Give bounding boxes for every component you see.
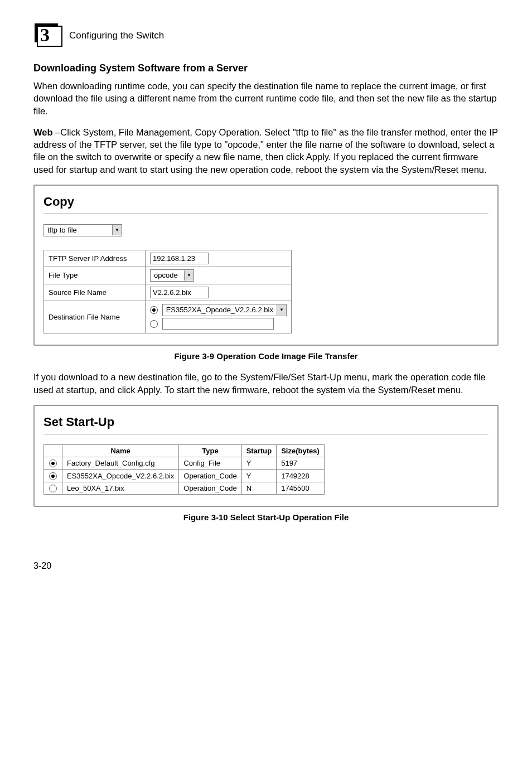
- cell-size: 1745500: [277, 482, 325, 495]
- cell-type: Operation_Code: [179, 482, 241, 495]
- cell-size: 5197: [277, 457, 325, 470]
- file-type-select[interactable]: opcode ▼: [150, 269, 194, 282]
- copy-title: Copy: [43, 195, 489, 209]
- chevron-down-icon: ▼: [112, 225, 122, 235]
- transfer-method-select[interactable]: tftp to file ▼: [43, 224, 122, 236]
- table-row: Leo_50XA_17.bix Operation_Code N 1745500: [44, 482, 325, 495]
- chevron-down-icon: ▼: [184, 270, 194, 280]
- source-file-label: Source File Name: [44, 284, 146, 301]
- cell-startup: N: [241, 482, 277, 495]
- startup-row-radio[interactable]: [49, 472, 57, 480]
- breadcrumb: Configuring the Switch: [69, 30, 164, 41]
- web-steps-text: –Click System, File Management, Copy Ope…: [33, 127, 498, 175]
- destination-newname-input[interactable]: [162, 318, 274, 330]
- tftp-ip-input[interactable]: [150, 253, 209, 264]
- table-row: Factory_Default_Config.cfg Config_File Y…: [44, 457, 325, 470]
- cell-startup: Y: [241, 470, 277, 482]
- col-size: Size(bytes): [277, 444, 325, 457]
- startup-row-radio[interactable]: [49, 485, 57, 492]
- web-label: Web: [33, 127, 53, 137]
- figure-caption-2: Figure 3-10 Select Start-Up Operation Fi…: [33, 512, 499, 522]
- divider: [43, 434, 489, 434]
- destination-file-value: ES3552XA_Opcode_V2.2.6.2.bix: [163, 304, 277, 316]
- chapter-number: 3: [40, 25, 50, 46]
- startup-table: Name Type Startup Size(bytes) Factory_De…: [43, 444, 325, 495]
- cell-name: Leo_50XA_17.bix: [62, 482, 179, 495]
- destination-file-label: Destination File Name: [44, 301, 146, 333]
- col-select: [44, 444, 62, 457]
- table-row: ES3552XA_Opcode_V2.2.6.2.bix Operation_C…: [44, 470, 325, 482]
- page-number: 3-20: [33, 561, 499, 571]
- col-name: Name: [62, 444, 179, 457]
- destination-existing-radio[interactable]: [150, 306, 158, 314]
- file-type-value: opcode: [151, 270, 184, 281]
- copy-settings-table: TFTP Server IP Address File Type opcode …: [43, 250, 292, 333]
- cell-name: ES3552XA_Opcode_V2.2.6.2.bix: [62, 470, 179, 482]
- startup-row-radio[interactable]: [49, 459, 57, 467]
- col-startup: Startup: [241, 444, 277, 457]
- chevron-down-icon: ▼: [277, 305, 286, 315]
- paragraph-web-steps: Web –Click System, File Management, Copy…: [33, 126, 499, 176]
- file-type-label: File Type: [44, 267, 146, 284]
- paragraph-intro: When downloading runtime code, you can s…: [33, 80, 499, 117]
- cell-name: Factory_Default_Config.cfg: [62, 457, 179, 470]
- chapter-number-icon: 3: [33, 22, 60, 49]
- destination-file-select[interactable]: ES3552XA_Opcode_V2.2.6.2.bix ▼: [162, 304, 287, 316]
- col-type: Type: [179, 444, 241, 457]
- startup-title: Set Start-Up: [43, 415, 489, 429]
- transfer-method-value: tftp to file: [44, 225, 112, 236]
- copy-operation-panel: Copy tftp to file ▼ TFTP Server IP Addre…: [33, 185, 499, 346]
- figure-caption-1: Figure 3-9 Operation Code Image File Tra…: [33, 351, 499, 361]
- divider: [43, 214, 489, 214]
- set-startup-panel: Set Start-Up Name Type Startup Size(byte…: [33, 405, 499, 507]
- destination-newname-radio[interactable]: [150, 320, 158, 328]
- cell-type: Config_File: [179, 457, 241, 470]
- tftp-ip-label: TFTP Server IP Address: [44, 250, 146, 267]
- cell-size: 1749228: [277, 470, 325, 482]
- section-heading: Downloading System Software from a Serve…: [33, 62, 499, 74]
- cell-type: Operation_Code: [179, 470, 241, 482]
- cell-startup: Y: [241, 457, 277, 470]
- source-file-input[interactable]: [150, 287, 209, 298]
- paragraph-startup: If you download to a new destination fil…: [33, 371, 499, 396]
